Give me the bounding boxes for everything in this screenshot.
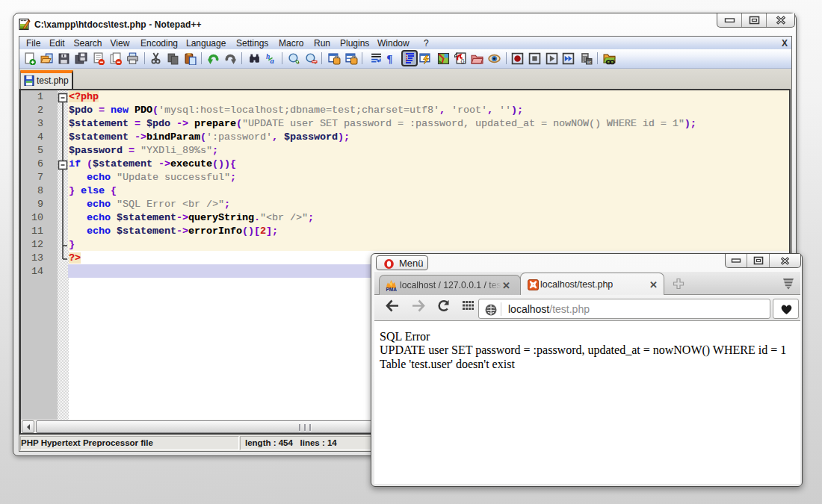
svg-text:uc: uc [587,60,592,64]
svg-text:PMA: PMA [386,287,398,292]
svg-text:¶: ¶ [386,53,392,65]
svg-text:{}: {} [461,57,465,64]
